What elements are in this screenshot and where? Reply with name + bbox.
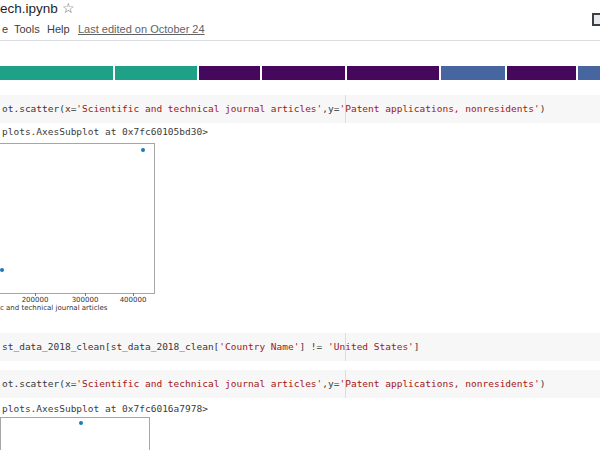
menu-item-tools[interactable]: Tools (14, 23, 40, 35)
header-divider (0, 40, 600, 41)
x-axis-label: c and technical journal articles (0, 304, 107, 312)
code-token: ,y= (322, 378, 339, 389)
scatter-point (0, 268, 4, 272)
color-strip-plot-output (0, 66, 600, 80)
string-token: 'Scientific and technical journal articl… (76, 378, 322, 389)
menu-item-help[interactable]: Help (47, 23, 70, 35)
strip-segment (441, 66, 505, 80)
last-edited-link[interactable]: Last edited on October 24 (78, 23, 205, 35)
x-tick-label: 200000 (22, 296, 49, 304)
code-line: ot.scatter(x='Scientific and technical j… (2, 103, 545, 114)
scatter-point (79, 421, 83, 425)
string-token: 'Country Name' (219, 341, 299, 352)
string-token: 'Patent applications, nonresidents' (339, 103, 539, 114)
cell-output-repr: plots.AxesSubplot at 0x7fc6016a7978> (2, 403, 208, 414)
cell-output-repr: plots.AxesSubplot at 0x7fc60105bd30> (2, 126, 208, 137)
strip-segment (115, 66, 197, 80)
code-token: ot.scatter(x= (2, 103, 76, 114)
x-tick-label: 300000 (72, 296, 99, 304)
code-cell-3[interactable]: ot.scatter(x='Scientific and technical j… (0, 370, 600, 398)
strip-segment (507, 66, 576, 80)
truncated-toolbar-icon[interactable] (592, 13, 600, 26)
notebook-title[interactable]: ech.ipynb (0, 1, 58, 16)
code-token: ,y= (322, 103, 339, 114)
code-line: st_data_2018_clean[st_data_2018_clean['C… (2, 341, 420, 352)
scatter-point (141, 148, 145, 152)
code-token: ot.scatter(x= (2, 378, 76, 389)
x-tick-label: 400000 (120, 296, 147, 304)
menu-item-truncated[interactable]: e (2, 23, 8, 35)
code-token: ] != (299, 341, 328, 352)
code-token: ) (540, 103, 546, 114)
strip-segment (578, 66, 600, 80)
string-token: 'Patent applications, nonresidents' (339, 378, 539, 389)
scatter-plot-2 (0, 417, 150, 450)
code-cell-1[interactable]: ot.scatter(x='Scientific and technical j… (0, 95, 600, 123)
code-line: ot.scatter(x='Scientific and technical j… (2, 378, 545, 389)
strip-segment (347, 66, 439, 80)
code-token: st_data_2018_clean[st_data_2018_clean[ (2, 341, 219, 352)
code-token: ] (414, 341, 420, 352)
strip-segment (0, 66, 113, 80)
string-token: 'United States' (328, 341, 414, 352)
strip-segment (262, 66, 345, 80)
code-cell-2[interactable]: st_data_2018_clean[st_data_2018_clean['C… (0, 333, 600, 361)
star-icon[interactable]: ☆ (62, 0, 75, 16)
code-token: ) (540, 378, 546, 389)
strip-segment (199, 66, 260, 80)
string-token: 'Scientific and technical journal articl… (76, 103, 322, 114)
scatter-plot-1 (0, 143, 155, 294)
colab-notebook-window: ech.ipynb ☆ e Tools Help Last edited on … (0, 0, 600, 450)
